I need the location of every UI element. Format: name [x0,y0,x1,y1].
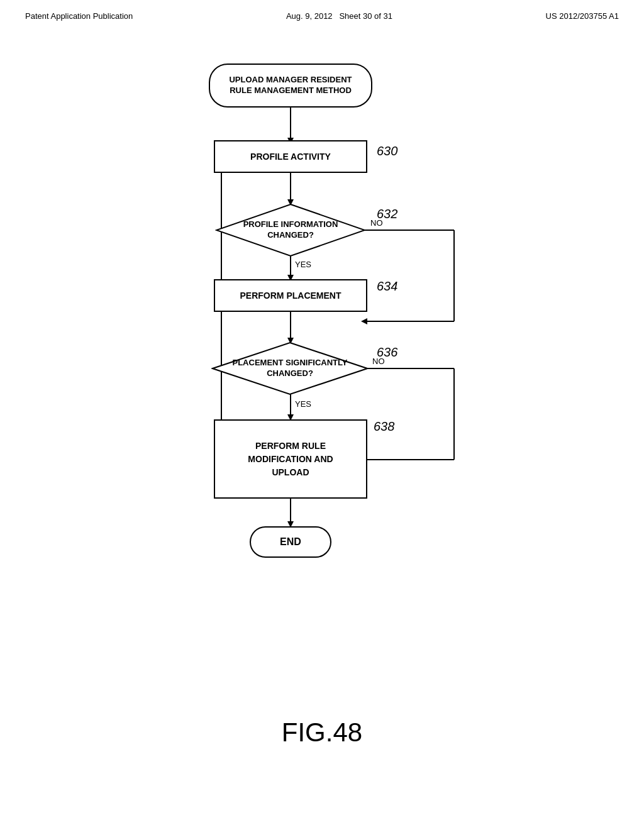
figure-caption: FIG.48 [282,717,362,748]
svg-marker-10 [361,318,367,324]
ref-632: 632 [377,207,397,221]
node-638-label: PERFORM RULEMODIFICATION ANDUPLOAD [248,440,333,479]
end-node: END [250,526,331,558]
svg-text:YES: YES [295,260,311,269]
ref-630: 630 [377,144,397,158]
node-636-label: PLACEMENT SIGNIFICANTLYCHANGED? [233,358,348,379]
main-content: YES NO YES NO [0,26,644,748]
node-632-label: PROFILE INFORMATIONCHANGED? [243,219,338,241]
start-node: UPLOAD MANAGER RESIDENTRULE MANAGEMENT M… [209,64,372,108]
header-patent-number: US 2012/203755 A1 [546,11,619,21]
node-632: PROFILE INFORMATIONCHANGED? [215,203,366,257]
end-label: END [280,536,301,548]
svg-text:YES: YES [295,399,311,409]
node-634: PERFORM PLACEMENT [214,279,367,312]
node-634-label: PERFORM PLACEMENT [240,290,341,301]
ref-636: 636 [377,345,397,360]
node-630: PROFILE ACTIVITY [214,140,367,173]
ref-638: 638 [374,419,394,434]
header-publication-type: Patent Application Publication [25,11,133,21]
flowchart: YES NO YES NO [146,45,498,705]
node-636: PLACEMENT SIGNIFICANTLYCHANGED? [211,341,369,396]
node-638: PERFORM RULEMODIFICATION ANDUPLOAD [214,419,367,499]
start-label: UPLOAD MANAGER RESIDENTRULE MANAGEMENT M… [229,75,352,96]
ref-634: 634 [377,279,397,294]
node-630-label: PROFILE ACTIVITY [250,152,331,162]
header-date: Aug. 9, 2012 Sheet 30 of 31 [286,11,392,21]
page-header: Patent Application Publication Aug. 9, 2… [0,0,644,26]
